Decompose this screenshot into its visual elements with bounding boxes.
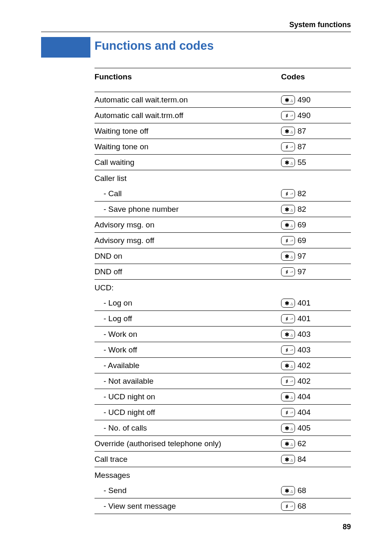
code-value: 401 [297, 299, 311, 308]
code-cell: ♯⁃⁰ 490 [281, 111, 351, 120]
function-label: DND off [95, 267, 281, 276]
code-value: 84 [297, 455, 306, 464]
star-key-icon: ✱△ [281, 127, 295, 136]
hash-key-icon: ♯⁃⁰ [281, 236, 295, 245]
code-cell: ♯⁃⁰ 82 [281, 189, 351, 198]
function-label: Waiting tone on [95, 142, 281, 151]
code-cell: ✱△ 402 [281, 361, 351, 370]
function-label: - No. of calls [95, 424, 281, 433]
hash-key-icon: ♯⁃⁰ [281, 267, 295, 276]
star-key-icon: ✱△ [281, 486, 295, 495]
function-label: UCD: [95, 283, 281, 292]
star-key-icon: ✱△ [281, 361, 295, 370]
function-label: Caller list [95, 174, 281, 183]
star-key-icon: ✱△ [281, 220, 295, 229]
code-value: 401 [297, 314, 311, 323]
section-title: System functions [289, 21, 351, 29]
code-cell: ✱△ 403 [281, 330, 351, 339]
function-label: - Available [95, 361, 281, 370]
hash-key-icon: ♯⁃⁰ [281, 314, 295, 323]
col-codes: Codes [281, 72, 351, 81]
table-row: DND on✱△ 97 [95, 248, 351, 264]
table-row: - UCD night off♯⁃⁰ 404 [95, 405, 351, 420]
table-row: Call waiting✱△ 55 [95, 155, 351, 170]
table-row: - Work off♯⁃⁰ 403 [95, 342, 351, 358]
code-value: 68 [297, 486, 306, 495]
code-value: 87 [297, 127, 306, 136]
table-row: - View sent message♯⁃⁰ 68 [95, 498, 351, 514]
star-key-icon: ✱△ [281, 158, 295, 167]
code-value: 68 [297, 502, 306, 511]
code-value: 405 [297, 424, 311, 433]
function-label: - Call [95, 189, 281, 198]
table-row: - Not available♯⁃⁰ 402 [95, 373, 351, 389]
table-row: Waiting tone off✱△ 87 [95, 123, 351, 139]
code-cell: ♯⁃⁰ 404 [281, 408, 351, 417]
function-label: - View sent message [95, 502, 281, 511]
table-row: - Log on✱△ 401 [95, 295, 351, 311]
hash-key-icon: ♯⁃⁰ [281, 345, 295, 354]
table-row: Call trace✱△ 84 [95, 452, 351, 467]
page-title: Functions and codes [95, 39, 214, 53]
table-row: - No. of calls✱△ 405 [95, 420, 351, 436]
code-value: 82 [297, 205, 306, 214]
code-value: 402 [297, 377, 311, 386]
star-key-icon: ✱△ [281, 424, 295, 433]
code-cell: ✱△ 87 [281, 127, 351, 136]
code-cell: ✱△ 62 [281, 439, 351, 448]
code-value: 69 [297, 220, 306, 229]
code-cell: ♯⁃⁰ 403 [281, 345, 351, 354]
table-row: - Log off♯⁃⁰ 401 [95, 311, 351, 327]
page-number: 89 [343, 523, 351, 531]
table-row: Messages [95, 467, 351, 483]
star-key-icon: ✱△ [281, 299, 295, 308]
function-label: Advisory msg. on [95, 220, 281, 229]
code-cell: ✱△ 404 [281, 392, 351, 401]
code-value: 490 [297, 111, 311, 120]
star-key-icon: ✱△ [281, 205, 295, 214]
table-row: - Available✱△ 402 [95, 358, 351, 373]
code-cell: ♯⁃⁰ 68 [281, 502, 351, 511]
hash-key-icon: ♯⁃⁰ [281, 142, 295, 151]
star-key-icon: ✱△ [281, 252, 295, 261]
table-row: Automatic call wait.trm.off♯⁃⁰ 490 [95, 108, 351, 123]
col-functions: Functions [95, 72, 281, 81]
function-label: - Not available [95, 377, 281, 386]
function-label: DND on [95, 252, 281, 261]
table-row: Override (authorised telephone only)✱△ 6… [95, 436, 351, 452]
code-value: 62 [297, 439, 306, 448]
function-label: - UCD night off [95, 408, 281, 417]
code-cell: ♯⁃⁰ 97 [281, 267, 351, 276]
code-value: 402 [297, 361, 311, 370]
code-cell: ✱△ 69 [281, 220, 351, 229]
function-label: - Log off [95, 314, 281, 323]
code-cell: ✱△ 84 [281, 455, 351, 464]
table-row: - Call♯⁃⁰ 82 [95, 186, 351, 202]
table-row: Advisory msg. off♯⁃⁰ 69 [95, 233, 351, 248]
code-cell: ♯⁃⁰ 402 [281, 377, 351, 386]
code-value: 55 [297, 158, 306, 167]
function-label: Call waiting [95, 158, 281, 167]
code-cell: ✱△ 401 [281, 299, 351, 308]
function-label: Override (authorised telephone only) [95, 439, 281, 448]
code-cell: ✱△ 55 [281, 158, 351, 167]
blue-accent-tab [41, 37, 90, 58]
table-header-row: Functions Codes [95, 68, 351, 92]
hash-key-icon: ♯⁃⁰ [281, 189, 295, 198]
code-value: 404 [297, 408, 311, 417]
function-label: - UCD night on [95, 392, 281, 401]
function-label: - Log on [95, 299, 281, 308]
star-key-icon: ✱△ [281, 95, 295, 104]
star-key-icon: ✱△ [281, 455, 295, 464]
code-value: 87 [297, 142, 306, 151]
table-row: - Send✱△ 68 [95, 483, 351, 498]
code-value: 97 [297, 252, 306, 261]
table-row: Automatic call wait.term.on✱△ 490 [95, 92, 351, 108]
table-row: - UCD night on✱△ 404 [95, 389, 351, 405]
function-label: - Work off [95, 345, 281, 354]
function-label: Waiting tone off [95, 127, 281, 136]
star-key-icon: ✱△ [281, 330, 295, 339]
code-value: 403 [297, 330, 311, 339]
page-header: System functions [41, 21, 351, 32]
hash-key-icon: ♯⁃⁰ [281, 111, 295, 120]
